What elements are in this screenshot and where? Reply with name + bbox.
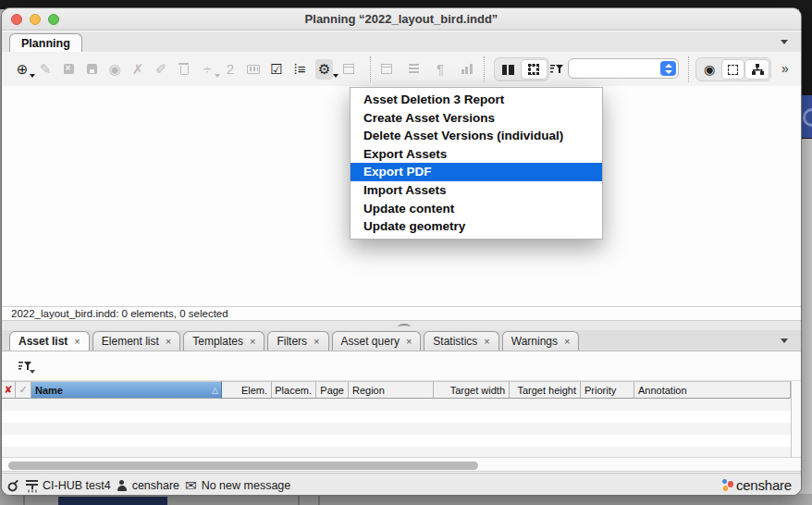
tasks-checkbox-button[interactable]: ☑ xyxy=(269,59,284,80)
save-version-button[interactable] xyxy=(84,59,99,80)
asset-table-body[interactable] xyxy=(2,399,791,457)
logged-in-user[interactable]: censhare xyxy=(117,479,179,492)
selection-view-button[interactable] xyxy=(522,60,547,79)
column-header-target-width[interactable]: Target width xyxy=(434,381,510,399)
move-to-page-2-button[interactable]: 2 xyxy=(223,59,238,80)
column-header-label: Target width xyxy=(450,385,505,396)
delete-asset-icon xyxy=(180,66,189,75)
bottom-tabbar-dropdown-icon[interactable] xyxy=(781,339,788,343)
column-header-page[interactable]: Page xyxy=(316,381,349,399)
tab-close-icon[interactable]: × xyxy=(166,336,171,347)
user-icon xyxy=(117,480,128,491)
tab-label: Asset query xyxy=(341,335,400,348)
tab-filters[interactable]: Filters× xyxy=(267,331,328,351)
menu-item-create-asset-versions[interactable]: Create Asset Versions xyxy=(351,109,602,128)
save-version-icon xyxy=(87,64,97,74)
column-header-label: Name xyxy=(35,385,63,396)
tab-close-icon[interactable]: × xyxy=(250,336,255,347)
toolbar-combobox[interactable] xyxy=(568,58,679,79)
toolbar-main-group: ⊕✎◉✗✐÷2☑⁞≡⚙ xyxy=(15,52,356,86)
sign-off-button[interactable]: ✐ xyxy=(154,59,168,80)
column-header-delete[interactable]: ✘ xyxy=(2,381,16,399)
toolbar-separator xyxy=(688,56,689,82)
tab-statistics[interactable]: Statistics× xyxy=(424,331,498,351)
workflow-list-button[interactable]: ⁞≡ xyxy=(292,59,307,80)
column-header-check[interactable]: ✓ xyxy=(16,381,31,399)
tab-close-icon[interactable]: × xyxy=(564,336,570,347)
tab-asset-list[interactable]: Asset list× xyxy=(9,331,90,351)
tab-label: Warnings xyxy=(511,335,558,348)
column-header-placem-[interactable]: Placem. xyxy=(272,381,316,399)
chart-button[interactable] xyxy=(460,59,474,80)
tab-close-icon[interactable]: × xyxy=(74,336,80,347)
column-header-name[interactable]: Name△ xyxy=(31,381,222,399)
tabstrip-dropdown-icon[interactable] xyxy=(781,40,788,44)
tab-close-icon[interactable]: × xyxy=(484,336,489,347)
tab-templates[interactable]: Templates× xyxy=(183,331,265,351)
frame-edges-button[interactable] xyxy=(722,60,744,79)
table-resize-button[interactable] xyxy=(379,59,394,80)
vertical-scrollbar[interactable] xyxy=(791,381,802,457)
column-header-target-height[interactable]: Target height xyxy=(510,381,581,399)
pages-view-button[interactable] xyxy=(497,60,520,79)
delete-asset-button[interactable] xyxy=(177,59,191,80)
toolbar-table-group: ¶ xyxy=(379,52,474,86)
bottom-tab-bar: Asset list×Element list×Templates×Filter… xyxy=(2,330,801,351)
dropdown-arrow-icon xyxy=(215,74,220,78)
background-divider xyxy=(23,496,25,505)
actions-gear-button[interactable]: ⚙ xyxy=(315,59,333,80)
menu-item-export-pdf[interactable]: Export PDF xyxy=(351,163,602,181)
title-bar[interactable]: Planning “2022_layout_bird.indd” xyxy=(2,8,801,31)
element-updown-button[interactable] xyxy=(341,59,356,80)
message-status[interactable]: ✉ No new message xyxy=(185,477,290,494)
menu-item-update-content[interactable]: Update content xyxy=(351,200,602,218)
list-resize-button[interactable] xyxy=(406,59,421,80)
edit-asset-button[interactable]: ✎ xyxy=(38,59,53,80)
splitter-grip-icon[interactable] xyxy=(398,324,411,330)
tab-asset-query[interactable]: Asset query× xyxy=(332,331,422,351)
tab-close-icon[interactable]: × xyxy=(406,336,412,347)
structure-view-button[interactable] xyxy=(745,60,769,79)
bottom-tabs: Asset list×Element list×Templates×Filter… xyxy=(9,331,579,351)
filter-icon[interactable] xyxy=(549,59,564,80)
horizontal-scrollbar[interactable] xyxy=(2,457,801,472)
server-connection[interactable]: CI-HUB test4 xyxy=(26,479,111,492)
tab-warnings[interactable]: Warnings× xyxy=(502,331,580,351)
asset-filter-dropdown-icon[interactable] xyxy=(30,370,35,374)
element-updown-icon xyxy=(343,64,354,74)
column-header-elem-[interactable]: Elem. xyxy=(222,381,272,399)
menu-item-export-assets[interactable]: Export Assets xyxy=(351,145,602,164)
menu-item-update-geometry[interactable]: Update geometry xyxy=(351,217,602,236)
preview-eye-button[interactable]: ◉ xyxy=(698,60,720,79)
horizontal-scrollbar-thumb[interactable] xyxy=(8,462,478,470)
discard-version-button[interactable] xyxy=(61,59,76,80)
new-asset-button[interactable]: ⊕ xyxy=(15,59,30,80)
check-row-icon: ✓ xyxy=(18,384,27,396)
preview-asset-button[interactable]: ◉ xyxy=(107,59,122,80)
panel-splitter[interactable] xyxy=(2,320,801,330)
planning-window: Planning “2022_layout_bird.indd” Plannin… xyxy=(1,7,802,496)
tab-planning[interactable]: Planning xyxy=(9,33,82,53)
asset-list-toolbar xyxy=(2,351,801,381)
toolbar-overflow-chevron[interactable]: » xyxy=(781,61,789,76)
background-divider xyxy=(318,496,320,505)
list-resize-icon xyxy=(409,64,419,74)
document-status-line: 2022_layout_bird.indd: 0 elements, 0 sel… xyxy=(2,306,801,319)
keyboard-button[interactable] xyxy=(246,59,261,80)
tab-element-list[interactable]: Element list× xyxy=(92,331,180,351)
cancel-button[interactable]: ✗ xyxy=(130,59,145,80)
combobox-stepper-icon[interactable] xyxy=(660,61,676,76)
combobox-input[interactable] xyxy=(574,60,663,77)
paragraph-button[interactable]: ¶ xyxy=(433,59,448,80)
menu-item-asset-deletion-3-report[interactable]: Asset Deletion 3 Report xyxy=(351,91,602,109)
column-header-priority[interactable]: Priority xyxy=(581,381,634,399)
divide-button[interactable]: ÷ xyxy=(200,59,215,80)
tab-close-icon[interactable]: × xyxy=(314,336,319,347)
column-header-label: Elem. xyxy=(241,385,267,396)
menu-item-import-assets[interactable]: Import Assets xyxy=(351,181,602,200)
menu-item-delete-asset-versions-individual-[interactable]: Delete Asset Versions (individual) xyxy=(351,127,602,145)
key-icon[interactable] xyxy=(5,476,23,495)
status-bar: CI-HUB test4 censhare ✉ No new message c… xyxy=(2,473,801,496)
column-header-region[interactable]: Region xyxy=(349,381,434,399)
column-header-annotation[interactable]: Annotation xyxy=(634,381,791,399)
